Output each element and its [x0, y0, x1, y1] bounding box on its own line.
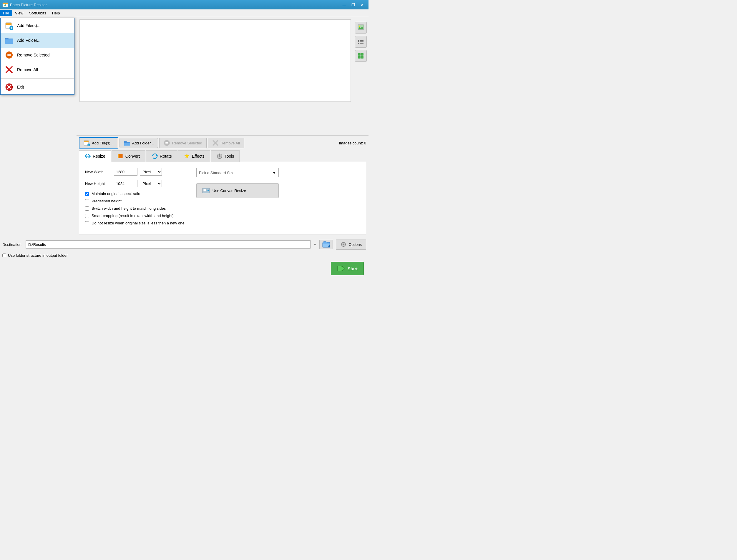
use-folder-label: Use folder structure in output folder [8, 253, 68, 258]
tab-convert[interactable]: Convert [112, 150, 145, 162]
tab-content-resize: New Width Pixel Percent New Height Pixel [79, 162, 366, 234]
start-label: Start [347, 266, 357, 271]
rotate-icon [152, 153, 158, 159]
checkbox-no-resize: Do not resize when original size is less… [85, 221, 184, 225]
predefined-height-checkbox[interactable] [85, 199, 89, 203]
remove-all-icon [5, 65, 14, 74]
canvas-resize-label: Use Canvas Resize [212, 189, 246, 193]
tab-resize[interactable]: Resize [79, 150, 111, 162]
grid-view-button[interactable] [355, 50, 367, 62]
smart-crop-checkbox[interactable] [85, 214, 89, 218]
close-button[interactable]: ✕ [358, 1, 366, 8]
svg-rect-43 [219, 154, 220, 155]
options-button[interactable]: Options [336, 239, 366, 250]
standard-size-dropdown[interactable]: Pick a Standard Size ▼ [196, 168, 279, 177]
file-list-area[interactable] [79, 19, 351, 102]
title-bar: Batch Picture Resizer — ❐ ✕ [0, 0, 368, 9]
checkbox-switch-sides: Switch width and height to match long si… [85, 206, 184, 211]
dropdown-add-folder[interactable]: Add Folder... [1, 33, 74, 48]
browse-destination-button[interactable] [319, 240, 333, 249]
aspect-ratio-checkbox[interactable] [85, 192, 89, 196]
start-button[interactable]: Start [331, 262, 364, 275]
destination-input[interactable] [26, 240, 310, 249]
use-folder-row: Use folder structure in output folder [0, 252, 368, 259]
app-icon [2, 2, 8, 8]
dropdown-remove-selected[interactable]: Remove Selected [1, 48, 74, 62]
svg-rect-46 [221, 156, 222, 156]
width-unit-select[interactable]: Pixel Percent [140, 168, 162, 176]
add-files-button[interactable]: + Add File(s)... [79, 137, 118, 149]
dropdown-arrow-icon: ▼ [272, 171, 276, 175]
canvas-resize-icon [202, 186, 210, 195]
svg-rect-26 [361, 56, 363, 59]
svg-rect-25 [358, 56, 360, 59]
gear-icon [340, 241, 347, 248]
no-resize-checkbox[interactable] [85, 221, 89, 225]
remove-selected-button[interactable]: Remove Selected [159, 138, 207, 148]
height-input[interactable] [114, 180, 137, 187]
tab-effects[interactable]: Effects [178, 150, 210, 162]
tab-tools[interactable]: Tools [211, 150, 240, 162]
svg-rect-23 [358, 53, 360, 56]
images-count: Images count: 0 [339, 141, 366, 145]
window-controls: — ❐ ✕ [340, 1, 366, 8]
tab-rotate[interactable]: Rotate [146, 150, 177, 162]
tab-bar: Resize Convert Rotate [79, 150, 366, 162]
dropdown-add-folder-label: Add Folder... [17, 38, 40, 43]
dropdown-add-files-label: Add File(s)... [17, 23, 40, 28]
svg-rect-55 [343, 242, 344, 243]
maximize-button[interactable]: ❐ [349, 1, 357, 8]
svg-rect-48 [203, 189, 206, 191]
menu-file[interactable]: File [0, 10, 12, 16]
tab-effects-label: Effects [192, 154, 204, 159]
canvas-resize-button[interactable]: Use Canvas Resize [196, 183, 279, 198]
bottom-section: Destination ▼ [0, 237, 368, 278]
remove-all-button[interactable]: Remove All [208, 138, 244, 148]
dropdown-dest-icon: ▼ [313, 243, 316, 246]
no-resize-label: Do not resize when original size is less… [91, 221, 184, 225]
svg-rect-24 [361, 53, 363, 56]
svg-marker-40 [184, 154, 189, 158]
dropdown-exit[interactable]: Exit [1, 80, 74, 94]
dropdown-remove-selected-label: Remove Selected [17, 53, 50, 57]
use-folder-checkbox[interactable] [2, 254, 6, 257]
switch-sides-checkbox[interactable] [85, 206, 89, 211]
dropdown-add-files[interactable]: + Add File(s)... [1, 18, 74, 33]
destination-label: Destination [2, 242, 21, 247]
right-sidebar [353, 19, 368, 64]
svg-point-42 [219, 155, 220, 157]
list-view-button[interactable] [355, 36, 367, 48]
height-label: New Height [85, 181, 112, 186]
checkbox-smart-crop: Smart cropping (result in exact width an… [85, 214, 184, 218]
remove-selected-icon [5, 51, 14, 59]
svg-point-19 [358, 43, 359, 44]
image-view-button[interactable] [355, 22, 367, 34]
app-title: Batch Picture Resizer [10, 3, 47, 7]
minimize-button[interactable]: — [340, 1, 348, 8]
svg-rect-37 [119, 154, 123, 158]
svg-rect-58 [345, 244, 346, 245]
dropdown-separator [1, 78, 74, 79]
svg-rect-45 [217, 156, 218, 156]
tab-tools-label: Tools [224, 154, 234, 159]
tab-rotate-label: Rotate [160, 154, 172, 159]
start-icon [337, 265, 345, 272]
height-unit-select[interactable]: Pixel Percent [140, 180, 162, 187]
add-files-label: Add File(s)... [92, 141, 114, 145]
svg-text:+: + [88, 144, 90, 146]
tools-icon [216, 153, 223, 159]
add-folder-icon [5, 36, 14, 45]
menu-view[interactable]: View [12, 10, 26, 16]
menu-softorbits[interactable]: SoftOrbits [26, 10, 49, 16]
add-folder-button[interactable]: Add Folder... [119, 138, 158, 148]
menu-help[interactable]: Help [49, 10, 63, 16]
toolbar: + Add File(s)... Add Folder... Remove Se… [76, 135, 368, 150]
add-folder-label: Add Folder... [132, 141, 154, 145]
predefined-height-label: Predefined height [91, 199, 122, 203]
dropdown-remove-all[interactable]: Remove All [1, 62, 74, 77]
svg-rect-56 [343, 246, 344, 247]
width-input[interactable] [114, 168, 137, 176]
smart-crop-label: Smart cropping (result in exact width an… [91, 214, 174, 218]
destination-bar: Destination ▼ [0, 237, 368, 252]
width-label: New Width [85, 170, 112, 174]
